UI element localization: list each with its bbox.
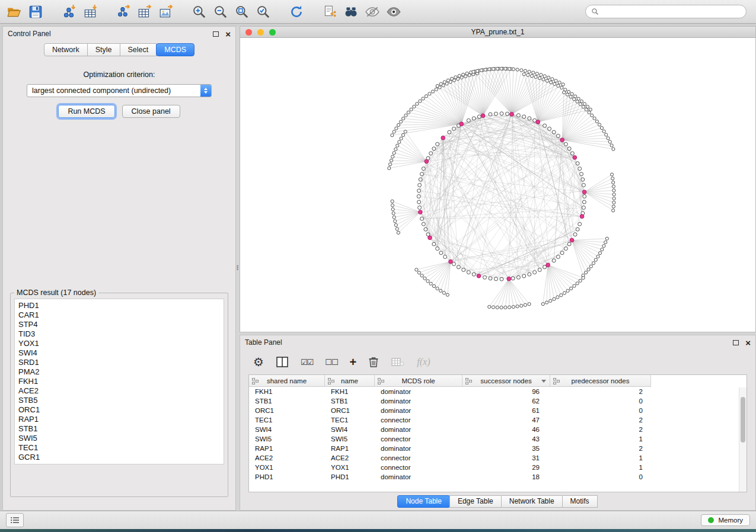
network-node[interactable]: [582, 183, 585, 187]
network-node[interactable]: [393, 152, 395, 155]
column-header-name[interactable]: name: [325, 375, 375, 387]
network-node[interactable]: [404, 130, 407, 133]
tab-edge-table[interactable]: Edge Table: [449, 495, 502, 508]
network-node[interactable]: [562, 83, 564, 86]
network-node[interactable]: [500, 67, 503, 70]
tab-select[interactable]: Select: [120, 43, 157, 56]
network-node[interactable]: [397, 231, 400, 234]
mcds-result-item[interactable]: YOX1: [18, 339, 220, 348]
network-node[interactable]: [432, 284, 435, 287]
export-network-button[interactable]: [113, 3, 134, 21]
mcds-result-item[interactable]: ACE2: [18, 386, 220, 396]
network-mcds-node[interactable]: [481, 114, 485, 118]
network-mcds-node[interactable]: [546, 263, 550, 267]
run-mcds-button[interactable]: Run MCDS: [58, 105, 114, 118]
network-node[interactable]: [429, 152, 433, 155]
network-node[interactable]: [394, 148, 397, 150]
network-mcds-node[interactable]: [560, 138, 564, 142]
network-node[interactable]: [528, 303, 531, 306]
column-header-predecessor-nodes[interactable]: predecessor nodes: [550, 375, 651, 387]
network-node[interactable]: [610, 144, 613, 147]
search-network-button[interactable]: [340, 3, 362, 21]
network-node[interactable]: [417, 194, 420, 198]
network-mcds-node[interactable]: [460, 122, 464, 126]
network-node[interactable]: [416, 102, 419, 105]
table-row[interactable]: YOX1YOX1connector291: [249, 463, 747, 472]
network-node[interactable]: [584, 271, 587, 274]
column-header-shared-name[interactable]: shared name: [249, 375, 325, 387]
table-row[interactable]: SWI4SWI4dominator462: [249, 425, 747, 434]
network-node[interactable]: [413, 105, 416, 108]
panel-menu-button[interactable]: [6, 513, 24, 527]
network-node[interactable]: [401, 133, 404, 136]
network-node[interactable]: [569, 95, 572, 98]
network-node[interactable]: [472, 273, 476, 276]
mcds-result-item[interactable]: STB1: [18, 424, 220, 434]
network-node[interactable]: [489, 113, 492, 116]
network-mcds-node[interactable]: [418, 210, 422, 214]
network-node[interactable]: [564, 142, 567, 146]
network-node[interactable]: [392, 211, 395, 214]
network-node[interactable]: [435, 88, 438, 91]
network-node[interactable]: [410, 108, 413, 111]
network-node[interactable]: [391, 208, 394, 211]
mcds-result-item[interactable]: RAP1: [18, 415, 220, 424]
network-node[interactable]: [594, 258, 597, 261]
network-node[interactable]: [494, 277, 497, 281]
mcds-result-item[interactable]: TEC1: [18, 443, 220, 453]
network-node[interactable]: [512, 305, 515, 308]
network-node[interactable]: [467, 271, 470, 274]
network-node[interactable]: [388, 166, 391, 169]
network-node[interactable]: [570, 152, 574, 155]
network-node[interactable]: [439, 251, 443, 255]
refresh-view-button[interactable]: [286, 3, 307, 21]
network-node[interactable]: [613, 189, 615, 192]
network-node[interactable]: [439, 82, 442, 85]
network-node[interactable]: [557, 84, 560, 87]
network-node[interactable]: [393, 130, 395, 133]
network-node[interactable]: [538, 76, 541, 79]
network-node[interactable]: [538, 268, 541, 272]
network-node[interactable]: [516, 68, 519, 71]
close-panel-icon[interactable]: ×: [225, 30, 231, 39]
network-node[interactable]: [589, 108, 592, 111]
network-node[interactable]: [582, 200, 586, 204]
network-node[interactable]: [436, 247, 439, 251]
zoom-out-button[interactable]: [210, 3, 231, 21]
network-node[interactable]: [553, 297, 556, 300]
network-node[interactable]: [545, 301, 548, 304]
scrollbar-thumb[interactable]: [741, 397, 745, 443]
table-scrollbar[interactable]: [739, 387, 747, 492]
network-node[interactable]: [612, 181, 615, 184]
network-node[interactable]: [540, 73, 543, 76]
mcds-result-item[interactable]: PHD1: [18, 301, 220, 310]
network-node[interactable]: [476, 69, 479, 72]
add-row-button[interactable]: +: [350, 355, 357, 369]
table-row[interactable]: FKH1FKH1dominator962: [249, 387, 747, 396]
network-node[interactable]: [516, 275, 520, 279]
mcds-result-item[interactable]: GCR1: [18, 453, 220, 462]
criterion-dropdown[interactable]: largest connected component (undirected): [27, 84, 212, 97]
network-node[interactable]: [520, 69, 523, 72]
float-table-panel-icon[interactable]: [733, 340, 739, 345]
close-table-panel-icon[interactable]: ×: [745, 338, 751, 347]
network-node[interactable]: [450, 77, 453, 80]
network-node[interactable]: [480, 69, 483, 72]
network-node[interactable]: [558, 81, 561, 84]
network-node[interactable]: [591, 114, 594, 117]
table-row[interactable]: TEC1TEC1connector472: [249, 415, 747, 425]
network-node[interactable]: [608, 140, 611, 143]
network-node[interactable]: [543, 75, 546, 78]
network-node[interactable]: [587, 268, 590, 271]
sort-chevron-icon[interactable]: [541, 380, 546, 383]
network-node[interactable]: [415, 268, 418, 271]
mcds-result-item[interactable]: ORC1: [18, 405, 220, 415]
network-node[interactable]: [566, 289, 569, 292]
network-node[interactable]: [563, 291, 566, 294]
mcds-result-item[interactable]: SWI5: [18, 434, 220, 443]
network-node[interactable]: [578, 167, 582, 171]
network-mcds-node[interactable]: [428, 236, 432, 240]
network-node[interactable]: [419, 100, 422, 102]
network-node[interactable]: [488, 68, 491, 70]
network-node[interactable]: [454, 76, 457, 79]
